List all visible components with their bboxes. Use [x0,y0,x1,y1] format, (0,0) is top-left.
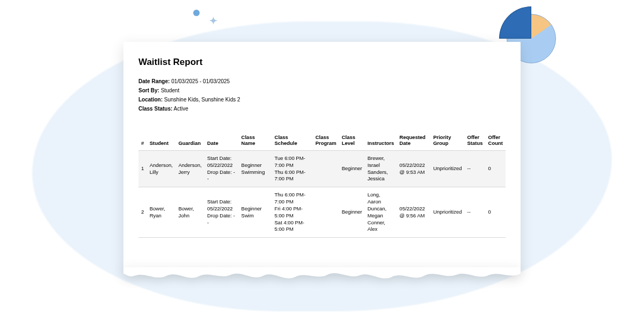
cell-student: Bower, Ryan [147,187,176,238]
meta-class-status-label: Class Status: [138,106,172,112]
waitlist-table: # Student Guardian Date Class Name Class… [138,131,506,238]
cell-offer-status: -- [465,187,486,238]
cell-guardian: Bower, John [175,187,204,238]
col-student: Student [147,131,176,151]
cell-offer-count: 0 [486,187,506,238]
cell-class-level: Beginner [339,151,365,187]
cell-class-program [313,187,339,238]
col-priority-group: Priority Group [430,131,464,151]
meta-date-range-value: 01/03/2025 - 01/03/2025 [171,78,230,84]
col-date: Date [204,131,239,151]
table-row: 1Anderson, LillyAnderson, JerryStart Dat… [138,151,506,187]
col-num: # [138,131,147,151]
col-class-schedule: Class Schedule [272,131,313,151]
meta-location-label: Location: [138,97,163,103]
cell-priority-group: Unprioritized [430,151,464,187]
report-card: Waitlist Report Date Range: 01/03/2025 -… [123,42,521,273]
meta-date-range: Date Range: 01/03/2025 - 01/03/2025 [138,77,506,85]
pie-chart-pulled-slice [499,6,531,39]
col-guardian: Guardian [175,131,204,151]
meta-location-value: Sunshine Kids, Sunshine Kids 2 [164,97,240,103]
cell-class-name: Beginner Swim [239,187,272,238]
cell-priority-group: Unprioritized [430,187,464,238]
cell-instructors: Long, Aaron Duncan, Megan Conner, Alex [365,187,397,238]
cell-date: Start Date: 05/22/2022 Drop Date: -- [204,187,239,238]
cell-requested-date: 05/22/2022 @ 9:56 AM [397,187,430,238]
cell-num: 2 [138,187,147,238]
decorative-dot-icon [193,10,200,16]
cell-class-program [313,151,339,187]
meta-class-status-value: Active [174,106,188,112]
col-requested-date: Requested Date [397,131,430,151]
cell-class-schedule: Tue 6:00 PM-7:00 PM Thu 6:00 PM-7:00 PM [272,151,313,187]
meta-sort-by: Sort By: Student [138,86,506,94]
meta-sort-by-value: Student [161,87,179,93]
cell-instructors: Brewer, Israel Sanders, Jessica [365,151,397,187]
cell-guardian: Anderson, Jerry [175,151,204,187]
meta-date-range-label: Date Range: [138,78,170,84]
meta-sort-by-label: Sort By: [138,87,159,93]
cell-class-schedule: Thu 6:00 PM-7:00 PM Fri 4:00 PM-5:00 PM … [272,187,313,238]
cell-student: Anderson, Lilly [147,151,176,187]
cell-class-name: Beginner Swimming [239,151,272,187]
cell-num: 1 [138,151,147,187]
torn-paper-edge [123,267,521,287]
cell-requested-date: 05/22/2022 @ 9:53 AM [397,151,430,187]
col-instructors: Instructors [365,131,397,151]
cell-offer-count: 0 [486,151,506,187]
col-class-level: Class Level [339,131,365,151]
meta-location: Location: Sunshine Kids, Sunshine Kids 2 [138,96,506,104]
col-offer-count: Offer Count [486,131,506,151]
col-class-program: Class Program [313,131,339,151]
cell-class-level: Beginner [339,187,365,238]
report-title: Waitlist Report [138,57,506,68]
col-offer-status: Offer Status [465,131,486,151]
col-class-name: Class Name [239,131,272,151]
decorative-plus-icon: ✦ [209,15,217,27]
cell-date: Start Date: 05/22/2022 Drop Date: -- [204,151,239,187]
meta-class-status: Class Status: Active [138,105,506,113]
table-header-row: # Student Guardian Date Class Name Class… [138,131,506,151]
cell-offer-status: -- [465,151,486,187]
table-row: 2Bower, RyanBower, JohnStart Date: 05/22… [138,187,506,238]
